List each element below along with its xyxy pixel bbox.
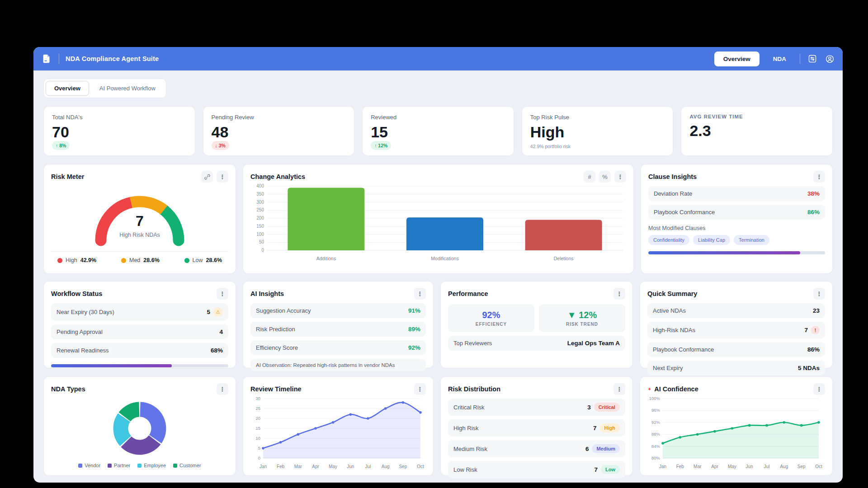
kebab-menu-icon[interactable]: ⋮	[414, 383, 426, 395]
kpi-top-risk-pulse: Top Risk Pulse High 42.9% portfolio risk	[522, 106, 674, 156]
legend-swatch	[173, 464, 177, 468]
svg-text:100: 100	[256, 232, 264, 237]
gauge-center-label: High Risk NDAs	[119, 232, 160, 238]
svg-text:Aug: Aug	[780, 464, 788, 469]
kebab-menu-icon[interactable]: ⋮	[813, 288, 825, 300]
settings-sliders-icon[interactable]	[807, 54, 817, 64]
row-value: 86%	[807, 209, 820, 216]
kpi-reviewed: Reviewed 15 ↑ 12%	[362, 106, 514, 156]
kebab-menu-icon[interactable]: ⋮	[613, 383, 625, 395]
svg-text:Jun: Jun	[746, 464, 753, 469]
row-label: Playbook Conformance	[654, 209, 715, 216]
chip-liability-cap[interactable]: Liability Cap	[693, 235, 730, 245]
chip-confidentiality[interactable]: Confidentiality	[648, 235, 689, 245]
row-value: 86%	[807, 346, 820, 353]
view-tabs: Overview AI Powered Workflow	[43, 79, 166, 98]
nav-overview-button[interactable]: Overview	[714, 52, 760, 66]
tab-overview[interactable]: Overview	[46, 81, 89, 96]
donut-segment-customer	[125, 409, 139, 417]
kebab-menu-icon[interactable]: ⋮	[613, 288, 625, 300]
row-value: 92%	[408, 344, 420, 351]
alert-exclamation-icon: !	[811, 326, 820, 334]
kpi-value: 70	[52, 124, 187, 140]
svg-text:Aug: Aug	[382, 464, 390, 469]
row-label: Pending Approval	[57, 328, 103, 335]
card-title: AI Insights	[250, 290, 284, 297]
kpi-trend-badge: ↓ 3%	[212, 141, 229, 150]
svg-text:96%: 96%	[651, 408, 660, 413]
nav-nda-button[interactable]: NDA	[767, 52, 793, 66]
svg-text:Jun: Jun	[347, 464, 354, 469]
svg-text:84%: 84%	[651, 444, 660, 449]
svg-text:100%: 100%	[649, 396, 660, 401]
review-timeline-card: Review Timeline ⋮ 051015202530JanFebMarA…	[243, 376, 434, 476]
kpi-label: AVG REVIEW TIME	[689, 114, 824, 119]
svg-text:Mar: Mar	[693, 464, 702, 469]
bar-modifications	[406, 217, 483, 250]
bar-deletions	[525, 220, 602, 250]
row-value: 5 NDAs	[798, 365, 820, 371]
playbook-conformance-row: Playbook Conformance 86%	[648, 205, 825, 220]
bar-additions	[288, 188, 364, 250]
kebab-menu-icon[interactable]: ⋮	[414, 288, 426, 300]
svg-text:Mar: Mar	[294, 464, 302, 469]
kebab-menu-icon[interactable]: ⋮	[813, 171, 825, 183]
donut-segment-partner	[126, 440, 155, 447]
renewal-readiness-row: Renewal Readiness 68%	[51, 343, 228, 358]
user-account-icon[interactable]	[825, 54, 835, 64]
row-value: 68%	[211, 347, 223, 354]
stat-label: EFFICIENCY	[476, 322, 507, 327]
row-label: Suggestion Accuracy	[256, 307, 311, 314]
percent-mode-button[interactable]: %	[599, 171, 611, 183]
data-point	[279, 441, 282, 444]
data-point	[384, 407, 387, 410]
data-point	[731, 427, 734, 430]
svg-text:10: 10	[255, 436, 260, 441]
deviation-rate-row: Deviation Rate 38%	[648, 186, 825, 201]
kebab-menu-icon[interactable]: ⋮	[614, 171, 626, 183]
next-expiry-row: Next Expiry 5 NDAs	[647, 361, 825, 375]
efficiency-stat: 92% EFFICIENCY	[448, 304, 534, 332]
data-point	[367, 417, 369, 420]
kebab-menu-icon[interactable]: ⋮	[217, 288, 228, 300]
svg-text:15: 15	[255, 426, 260, 431]
svg-text:Deletions: Deletions	[554, 256, 574, 261]
kpi-value: 15	[371, 124, 505, 140]
legend-dot	[121, 258, 126, 263]
svg-text:92%: 92%	[651, 420, 660, 425]
app-header: NDA Compliance Agent Suite Overview NDA	[33, 47, 843, 70]
chip-termination[interactable]: Termination	[734, 235, 769, 245]
kpi-subtext: 42.9% portfolio risk	[530, 144, 571, 149]
number-mode-button[interactable]: #	[584, 171, 595, 183]
link-icon[interactable]	[201, 171, 213, 183]
kebab-menu-icon[interactable]: ⋮	[217, 171, 228, 183]
svg-text:Sep: Sep	[399, 464, 407, 469]
svg-text:May: May	[728, 464, 736, 469]
data-point	[314, 427, 317, 430]
svg-text:Apr: Apr	[312, 464, 319, 469]
active-ndas-row: Active NDAs 23	[647, 303, 825, 318]
row-value: 3	[587, 404, 591, 411]
kebab-menu-icon[interactable]: ⋮	[813, 383, 825, 395]
data-point	[817, 421, 820, 424]
kpi-trend-badge: ↑ 12%	[371, 141, 391, 150]
card-title: Clause Insights	[648, 173, 697, 180]
legend-dot	[57, 258, 62, 263]
top-reviewers-row: Top Reviewers Legal Ops Team A	[448, 336, 625, 351]
app-title: NDA Compliance Agent Suite	[66, 55, 159, 62]
row-value: 6	[585, 446, 589, 452]
clause-insights-card: Clause Insights ⋮ Deviation Rate 38% Pla…	[641, 164, 833, 274]
row-label: Low Risk	[453, 466, 477, 473]
card-title: Performance	[448, 290, 488, 297]
data-point	[765, 424, 768, 427]
data-point	[349, 413, 352, 416]
svg-text:0: 0	[258, 455, 260, 460]
suggestion-accuracy-row: Suggestion Accuracy 91%	[250, 303, 426, 318]
card-title: Change Analytics	[250, 173, 305, 180]
svg-text:88%: 88%	[651, 432, 660, 436]
legend-dot	[184, 258, 189, 263]
tab-ai-powered-workflow[interactable]: AI Powered Workflow	[91, 81, 164, 96]
header-divider	[59, 54, 59, 64]
kebab-menu-icon[interactable]: ⋮	[217, 383, 228, 395]
quick-summary-card: Quick Summary ⋮ Active NDAs 23 High-Risk…	[640, 281, 833, 368]
